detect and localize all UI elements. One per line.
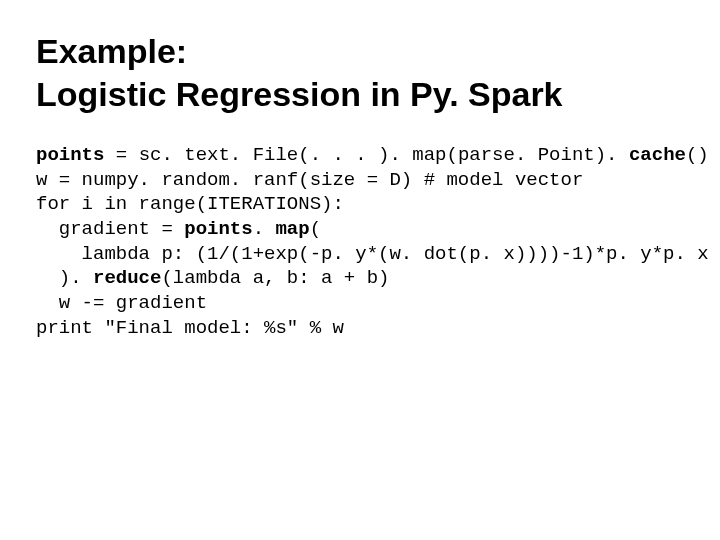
title-line-2: Logistic Regression in Py. Spark [36, 75, 563, 113]
code-line-4: gradient = points. map( [36, 217, 684, 242]
code-line-3: for i in range(ITERATIONS): [36, 192, 684, 217]
code-block: points = sc. text. File(. . . ). map(par… [36, 143, 684, 341]
code-line-7: w -= gradient [36, 291, 684, 316]
slide-title: Example: Logistic Regression in Py. Spar… [36, 30, 684, 115]
code-line-2: w = numpy. random. ranf(size = D) # mode… [36, 168, 684, 193]
code-line-8: print "Final model: %s" % w [36, 316, 684, 341]
title-line-1: Example: [36, 32, 187, 70]
code-line-1: points = sc. text. File(. . . ). map(par… [36, 143, 684, 168]
code-line-5: lambda p: (1/(1+exp(-p. y*(w. dot(p. x))… [36, 242, 684, 267]
code-line-6: ). reduce(lambda a, b: a + b) [36, 266, 684, 291]
